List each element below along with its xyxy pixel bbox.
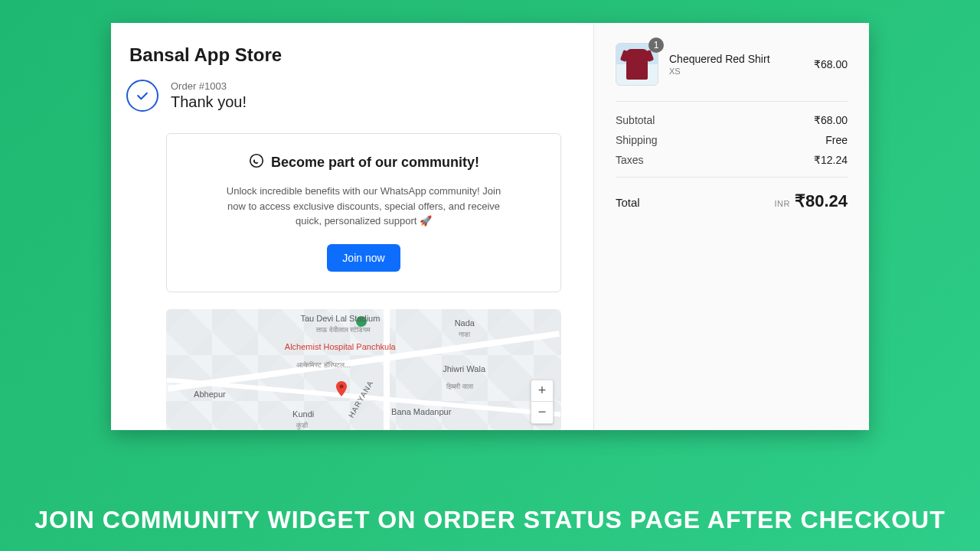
map-label: Alchemist Hospital Panchkula — [285, 342, 396, 351]
join-now-button[interactable]: Join now — [327, 244, 400, 272]
subtotal-label: Subtotal — [616, 114, 655, 126]
check-icon — [126, 80, 158, 112]
taxes-row: Taxes ₹12.24 — [616, 154, 848, 166]
map-label: Kundi — [292, 409, 314, 419]
total-label: Total — [616, 196, 640, 209]
order-number: Order #1003 — [171, 80, 247, 92]
thank-you-row: Order #1003 Thank you! — [126, 80, 561, 112]
subtotal-value: ₹68.00 — [814, 114, 848, 126]
svg-point-0 — [250, 155, 263, 168]
product-variant: xs — [669, 67, 803, 76]
map-label-sub: ताऊ देवीलाल स्टेडियम — [316, 326, 371, 334]
taxes-label: Taxes — [616, 154, 644, 166]
community-widget: Become part of our community! Unlock inc… — [166, 133, 561, 292]
total-value: ₹80.24 — [795, 191, 848, 210]
promo-caption: JOIN COMMUNITY WIDGET ON ORDER STATUS PA… — [0, 505, 980, 534]
zoom-out-button[interactable]: − — [531, 402, 553, 423]
map-label-sub: अल्केमिस्ट हॉस्पिटल... — [296, 361, 350, 370]
map-label: Tau Devi Lal Stadium — [300, 314, 380, 323]
map-label: Jhiwri Wala — [443, 364, 485, 373]
store-name: Bansal App Store — [129, 44, 561, 66]
taxes-value: ₹12.24 — [814, 154, 848, 166]
subtotal-row: Subtotal ₹68.00 — [616, 114, 848, 126]
shipping-label: Shipping — [616, 134, 658, 146]
cart-item: 1 Chequered Red Shirt xs ₹68.00 — [616, 43, 848, 102]
shipping-row: Shipping Free — [616, 134, 848, 146]
map[interactable]: Tau Devi Lal Stadium ताऊ देवीलाल स्टेडिय… — [166, 309, 561, 431]
product-thumbnail: 1 — [616, 43, 658, 86]
quantity-badge: 1 — [648, 37, 664, 53]
product-name: Chequered Red Shirt — [669, 53, 803, 65]
map-label-sub: कुंडी — [296, 422, 308, 430]
order-status-card: Bansal App Store Order #1003 Thank you! … — [111, 23, 869, 430]
svg-point-1 — [339, 385, 343, 389]
community-title: Become part of our community! — [271, 155, 479, 171]
zoom-in-button[interactable]: + — [531, 380, 553, 402]
map-pin-icon — [332, 380, 351, 401]
currency-code: INR — [774, 199, 789, 208]
map-label-sub: नाडा — [459, 331, 470, 339]
whatsapp-icon — [248, 152, 265, 173]
total-row: Total INR₹80.24 — [616, 177, 848, 211]
map-label: Abhepur — [194, 390, 226, 399]
product-price: ₹68.00 — [814, 58, 848, 70]
thank-you-text: Thank you! — [171, 93, 247, 111]
community-title-row: Become part of our community! — [198, 152, 530, 173]
map-label: Nada — [455, 318, 475, 328]
map-label: Bana Madanpur — [391, 407, 451, 416]
order-summary-panel: 1 Chequered Red Shirt xs ₹68.00 Subtotal… — [593, 23, 869, 430]
shipping-value: Free — [825, 134, 848, 146]
map-zoom-controls: + − — [531, 380, 554, 424]
main-panel: Bansal App Store Order #1003 Thank you! … — [111, 23, 593, 430]
map-label-sub: झिबरी वाला — [446, 383, 473, 391]
community-description: Unlock incredible benefits with our What… — [226, 184, 501, 229]
